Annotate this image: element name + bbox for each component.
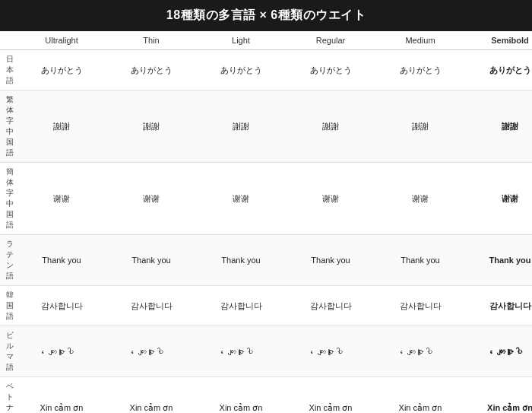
regular-cell: Thank you (286, 235, 375, 286)
table-container: Ultralight Thin Light Regular Medium Sem… (0, 31, 532, 413)
regular-cell: 謝謝 (286, 91, 375, 163)
thin-cell: 谢谢 (106, 163, 196, 235)
col-medium-header: Medium (375, 31, 465, 50)
table-row: 韓国語감사합니다감사합니다감사합니다감사합니다감사합니다감사합니다 (0, 286, 532, 326)
lang-cell: 簡体字 中国語 (0, 163, 17, 235)
table-row: ビルマ語ကျေးဇူးပါကျေးဇူးပါကျေးဇူးပါကျေးဇူးပါ… (0, 326, 532, 377)
ultralight-cell: Xin cảm ơn (17, 377, 106, 414)
lang-cell: 繁体字 中国語 (0, 91, 17, 163)
table-row: ラテン語Thank youThank youThank youThank you… (0, 235, 532, 286)
regular-cell: ありがとう (286, 50, 375, 91)
thin-cell: ありがとう (106, 50, 196, 91)
font-weight-table: Ultralight Thin Light Regular Medium Sem… (0, 31, 532, 413)
thin-cell: ကျေးဇူးပါ (106, 326, 196, 377)
table-header-row: Ultralight Thin Light Regular Medium Sem… (0, 31, 532, 50)
medium-cell: 감사합니다 (375, 286, 465, 326)
ultralight-cell: Thank you (17, 235, 106, 286)
thin-cell: 謝謝 (106, 91, 196, 163)
semibold-cell: ကျေးဇူးပါ (465, 326, 532, 377)
thin-cell: Xin cảm ơn (106, 377, 196, 414)
semibold-cell: Xin cảm ơn (465, 377, 532, 414)
regular-cell: 谢谢 (286, 163, 375, 235)
lang-cell: 韓国語 (0, 286, 17, 326)
semibold-cell: ありがとう (465, 50, 532, 91)
semibold-cell: 謝謝 (465, 91, 532, 163)
header-title: 18種類の多言語 × 6種類のウエイト (166, 8, 366, 21)
light-cell: ကျေးဇူးပါ (196, 326, 286, 377)
light-cell: Thank you (196, 235, 286, 286)
medium-cell: ありがとう (375, 50, 465, 91)
medium-cell: 謝謝 (375, 91, 465, 163)
semibold-cell: 감사합니다 (465, 286, 532, 326)
ultralight-cell: ကျေးဇူးပါ (17, 326, 106, 377)
thin-cell: Thank you (106, 235, 196, 286)
table-row: 簡体字 中国語谢谢谢谢谢谢谢谢谢谢谢谢 (0, 163, 532, 235)
medium-cell: Xin cảm ơn (375, 377, 465, 414)
table-row: ベトナム語Xin cảm ơnXin cảm ơnXin cảm ơnXin c… (0, 377, 532, 414)
light-cell: ありがとう (196, 50, 286, 91)
header: 18種類の多言語 × 6種類のウエイト (0, 0, 532, 31)
col-regular-header: Regular (286, 31, 375, 50)
regular-cell: Xin cảm ơn (286, 377, 375, 414)
semibold-cell: 谢谢 (465, 163, 532, 235)
col-semibold-header: Semibold (465, 31, 532, 50)
table-row: 日本語ありがとうありがとうありがとうありがとうありがとうありがとう (0, 50, 532, 91)
light-cell: 감사합니다 (196, 286, 286, 326)
col-light-header: Light (196, 31, 286, 50)
regular-cell: 감사합니다 (286, 286, 375, 326)
col-thin-header: Thin (106, 31, 196, 50)
lang-cell: ベトナム語 (0, 377, 17, 414)
light-cell: 謝謝 (196, 91, 286, 163)
thin-cell: 감사합니다 (106, 286, 196, 326)
regular-cell: ကျေးဇူးပါ (286, 326, 375, 377)
ultralight-cell: 谢谢 (17, 163, 106, 235)
ultralight-cell: 謝謝 (17, 91, 106, 163)
medium-cell: Thank you (375, 235, 465, 286)
lang-cell: 日本語 (0, 50, 17, 91)
lang-cell: ラテン語 (0, 235, 17, 286)
col-ultralight-header: Ultralight (17, 31, 106, 50)
light-cell: Xin cảm ơn (196, 377, 286, 414)
col-lang-header (0, 31, 17, 50)
ultralight-cell: ありがとう (17, 50, 106, 91)
lang-cell: ビルマ語 (0, 326, 17, 377)
medium-cell: 谢谢 (375, 163, 465, 235)
ultralight-cell: 감사합니다 (17, 286, 106, 326)
semibold-cell: Thank you (465, 235, 532, 286)
medium-cell: ကျေးဇူးပါ (375, 326, 465, 377)
table-row: 繁体字 中国語謝謝謝謝謝謝謝謝謝謝謝謝 (0, 91, 532, 163)
light-cell: 谢谢 (196, 163, 286, 235)
